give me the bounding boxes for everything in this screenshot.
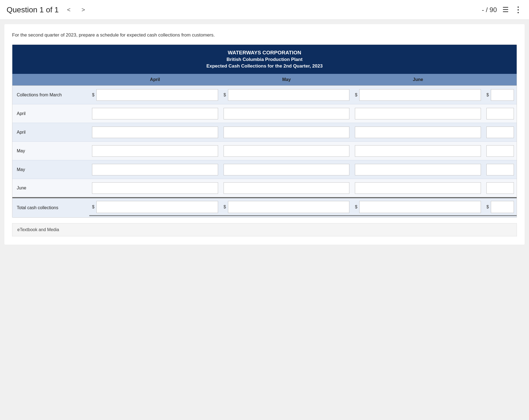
row-label-march: Collections from March xyxy=(12,90,89,100)
input-april1-total[interactable] xyxy=(486,108,514,119)
row-label-may1: May xyxy=(12,146,89,156)
input-may1-may[interactable] xyxy=(224,145,350,157)
input-march-may[interactable] xyxy=(228,89,350,101)
dollar-sign: $ xyxy=(92,93,95,97)
input-may2-june[interactable] xyxy=(355,164,481,175)
col-may: May xyxy=(221,74,352,85)
cell-may2-total xyxy=(484,162,517,178)
dollar-sign: $ xyxy=(92,205,95,209)
cell-may1-may xyxy=(221,143,352,159)
input-june-may[interactable] xyxy=(224,182,350,194)
more-options-icon[interactable]: ⋮ xyxy=(514,5,522,14)
column-headers: April May June xyxy=(12,74,517,86)
question-title: Question 1 of 1 xyxy=(7,5,59,14)
input-march-april[interactable] xyxy=(96,89,218,101)
input-june-total[interactable] xyxy=(486,182,514,194)
input-april2-june[interactable] xyxy=(355,127,481,138)
total-cell-may: $ xyxy=(221,199,352,216)
cell-may1-june xyxy=(352,143,484,159)
input-march-total[interactable] xyxy=(491,89,514,101)
cell-march-june: $ xyxy=(352,87,484,103)
cell-may2-april xyxy=(89,162,221,178)
instructions-text: For the second quarter of 2023, prepare … xyxy=(12,32,517,38)
cell-june-june xyxy=(352,180,484,196)
cell-june-may xyxy=(221,180,352,196)
row-label-april1: April xyxy=(12,108,89,119)
main-content: For the second quarter of 2023, prepare … xyxy=(4,24,525,245)
row-label-june: June xyxy=(12,183,89,193)
dollar-sign: $ xyxy=(355,93,358,97)
table-row: June xyxy=(12,179,517,198)
score-display: - / 90 xyxy=(482,6,497,14)
cell-april2-total xyxy=(484,124,517,140)
top-bar-left: Question 1 of 1 < > xyxy=(7,5,88,15)
cell-may1-total xyxy=(484,143,517,159)
input-total-total[interactable] xyxy=(491,201,514,213)
cell-april2-may xyxy=(221,124,352,140)
dollar-sign: $ xyxy=(224,205,227,209)
cell-june-total xyxy=(484,180,517,196)
input-april1-april[interactable] xyxy=(92,108,218,119)
cell-march-april: $ xyxy=(89,87,221,103)
input-may1-total[interactable] xyxy=(486,145,514,157)
total-cell-total: $ xyxy=(484,199,517,216)
table-row: April xyxy=(12,123,517,142)
input-april2-april[interactable] xyxy=(92,127,218,138)
cell-april1-total xyxy=(484,106,517,122)
top-bar-right: - / 90 ☰ ⋮ xyxy=(482,5,522,14)
input-april1-may[interactable] xyxy=(224,108,350,119)
table-row: May xyxy=(12,160,517,179)
input-march-june[interactable] xyxy=(359,89,481,101)
row-label-april2: April xyxy=(12,127,89,138)
cell-april1-april xyxy=(89,106,221,122)
dollar-sign: $ xyxy=(486,205,490,209)
input-may1-june[interactable] xyxy=(355,145,481,157)
cell-may2-may xyxy=(221,162,352,178)
table-header: WATERWAYS CORPORATION British Columbia P… xyxy=(12,45,517,74)
company-name: WATERWAYS CORPORATION xyxy=(16,50,513,56)
dollar-sign: $ xyxy=(486,93,490,97)
cell-april1-june xyxy=(352,106,484,122)
input-june-june[interactable] xyxy=(355,182,481,194)
total-row: Total cash collections $ $ $ $ xyxy=(12,198,517,217)
input-june-april[interactable] xyxy=(92,182,218,194)
cell-march-may: $ xyxy=(221,87,352,103)
cell-april2-june xyxy=(352,124,484,140)
col-june: June xyxy=(352,74,484,85)
input-april1-june[interactable] xyxy=(355,108,481,119)
input-may2-total[interactable] xyxy=(486,164,514,175)
input-april2-may[interactable] xyxy=(224,127,350,138)
footer-text: eTextbook and Media xyxy=(17,227,59,232)
dollar-sign: $ xyxy=(224,93,227,97)
col-total xyxy=(484,74,517,85)
data-table: Collections from March $ $ $ $ xyxy=(12,86,517,217)
total-cell-april: $ xyxy=(89,199,221,216)
input-may1-april[interactable] xyxy=(92,145,218,157)
table-row: Collections from March $ $ $ $ xyxy=(12,86,517,104)
footer-section: eTextbook and Media xyxy=(12,223,517,236)
cell-march-total: $ xyxy=(484,87,517,103)
input-april2-total[interactable] xyxy=(486,127,514,138)
input-may2-may[interactable] xyxy=(224,164,350,175)
input-total-june[interactable] xyxy=(359,201,481,213)
plant-name: British Columbia Production Plant xyxy=(16,57,513,62)
row-label-may2: May xyxy=(12,164,89,175)
report-title: Expected Cash Collections for the 2nd Qu… xyxy=(16,63,513,69)
cell-april1-may xyxy=(221,106,352,122)
total-cell-june: $ xyxy=(352,199,484,216)
next-button[interactable]: > xyxy=(79,5,88,15)
table-row: April xyxy=(12,104,517,123)
dollar-sign: $ xyxy=(355,205,358,209)
prev-button[interactable]: < xyxy=(64,5,73,15)
total-row-label: Total cash collections xyxy=(12,203,89,213)
list-icon[interactable]: ☰ xyxy=(502,5,509,14)
cell-may2-june xyxy=(352,162,484,178)
col-empty xyxy=(12,74,89,85)
input-total-may[interactable] xyxy=(228,201,350,213)
top-navigation-bar: Question 1 of 1 < > - / 90 ☰ ⋮ xyxy=(0,0,529,20)
cell-april2-april xyxy=(89,124,221,140)
cell-may1-april xyxy=(89,143,221,159)
input-total-april[interactable] xyxy=(96,201,218,213)
table-row: May xyxy=(12,142,517,160)
input-may2-april[interactable] xyxy=(92,164,218,175)
